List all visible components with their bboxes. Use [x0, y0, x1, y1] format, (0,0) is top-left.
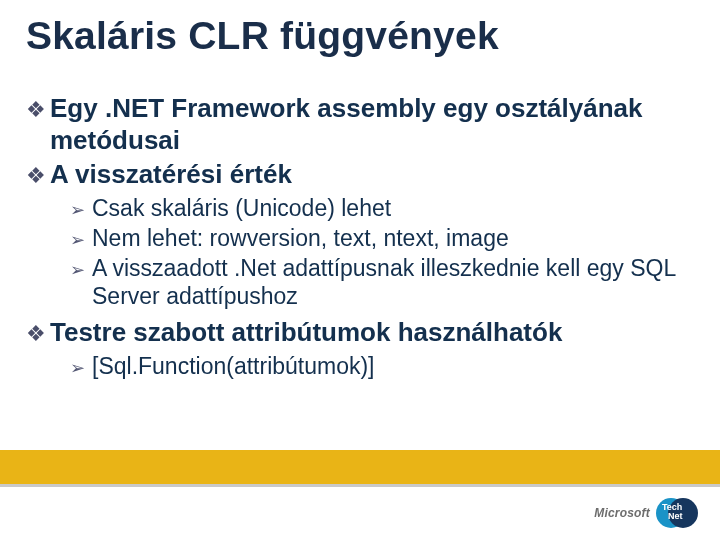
slide-title: Skaláris CLR függvények — [26, 14, 499, 58]
diamond-icon: ❖ — [26, 316, 50, 350]
slide: Skaláris CLR függvények ❖ Egy .NET Frame… — [0, 0, 720, 540]
bullet-text: Testre szabott attribútumok használhatók — [50, 316, 562, 348]
microsoft-wordmark: Microsoft — [594, 506, 650, 520]
arrow-icon: ➢ — [70, 224, 92, 254]
diamond-icon: ❖ — [26, 158, 50, 192]
bullet-text: Egy .NET Framework assembly egy osztályá… — [50, 92, 694, 156]
bullet-text: Nem lehet: rowversion, text, ntext, imag… — [92, 224, 509, 252]
bullet-text: [Sql.Function(attribútumok)] — [92, 352, 375, 380]
bullet-level2: ➢ A visszaadott .Net adattípusnak illesz… — [70, 254, 694, 310]
arrow-icon: ➢ — [70, 352, 92, 382]
diamond-icon: ❖ — [26, 92, 50, 126]
bullet-text: Csak skaláris (Unicode) lehet — [92, 194, 391, 222]
sub-bullet-group: ➢ Csak skaláris (Unicode) lehet ➢ Nem le… — [26, 194, 694, 310]
footer-divider — [0, 484, 720, 487]
slide-content: ❖ Egy .NET Framework assembly egy osztál… — [26, 92, 694, 388]
bullet-level2: ➢ Nem lehet: rowversion, text, ntext, im… — [70, 224, 694, 254]
bullet-level2: ➢ [Sql.Function(attribútumok)] — [70, 352, 694, 382]
bullet-level1: ❖ Egy .NET Framework assembly egy osztál… — [26, 92, 694, 156]
bullet-level1: ❖ Testre szabott attribútumok használhat… — [26, 316, 694, 350]
bullet-text: A visszaadott .Net adattípusnak illeszke… — [92, 254, 694, 310]
footer-accent-bar — [0, 450, 720, 484]
technet-icon: TechNet — [656, 498, 698, 528]
arrow-icon: ➢ — [70, 254, 92, 284]
footer-logo: Microsoft TechNet — [594, 498, 698, 528]
bullet-text: A visszatérési érték — [50, 158, 292, 190]
bullet-level2: ➢ Csak skaláris (Unicode) lehet — [70, 194, 694, 224]
arrow-icon: ➢ — [70, 194, 92, 224]
sub-bullet-group: ➢ [Sql.Function(attribútumok)] — [26, 352, 694, 382]
technet-label: TechNet — [662, 503, 683, 521]
bullet-level1: ❖ A visszatérési érték — [26, 158, 694, 192]
